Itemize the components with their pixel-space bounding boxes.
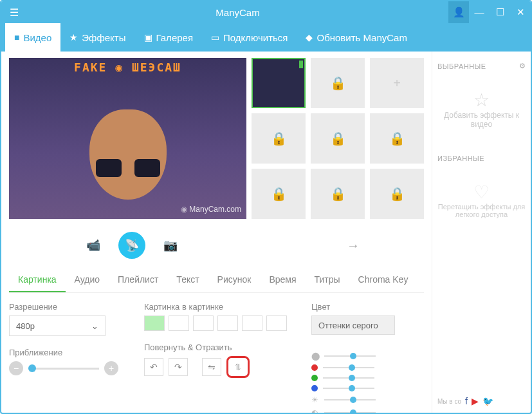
rotate-label: Повернуть & Отразить bbox=[144, 343, 292, 352]
rgb-slider[interactable] bbox=[324, 355, 376, 357]
preset-thumb-6[interactable]: 🔒 bbox=[370, 113, 424, 164]
add-effects-text: Добавить эффекты к видео bbox=[437, 111, 526, 129]
fake-webcam-logo: FAKE ◉ ШЕЭСАШ bbox=[74, 61, 181, 74]
facebook-icon[interactable]: f bbox=[465, 396, 468, 406]
twitter-icon[interactable]: 🐦 bbox=[482, 396, 493, 406]
settings-icon[interactable]: ⚙ bbox=[519, 62, 526, 70]
contrast-icon: ◐ bbox=[311, 408, 319, 414]
preset-thumb-8[interactable]: 🔒 bbox=[311, 169, 365, 219]
green-dot-icon bbox=[311, 375, 318, 381]
preset-thumb-5[interactable]: 🔒 bbox=[311, 113, 365, 164]
drag-effects-text: Перетащить эффекты для легкого доступа bbox=[437, 203, 526, 218]
preset-thumbnails: 🔒 + 🔒 🔒 🔒 🔒 🔒 🔒 bbox=[252, 58, 424, 219]
red-slider[interactable] bbox=[323, 367, 374, 368]
brightness-icon: ☀ bbox=[311, 395, 319, 404]
heart-outline-icon[interactable]: ♡ bbox=[437, 182, 526, 203]
chevron-down-icon: ⌄ bbox=[91, 321, 98, 331]
zoom-out-button[interactable]: − bbox=[9, 361, 23, 375]
red-dot-icon bbox=[311, 364, 318, 371]
pip-layout-5[interactable] bbox=[242, 315, 262, 331]
camera-mode-button[interactable]: 📹 bbox=[80, 232, 107, 259]
rotate-right-button[interactable]: ↷ bbox=[169, 358, 188, 376]
subtab-time[interactable]: Время bbox=[260, 268, 305, 292]
preset-thumb-9[interactable]: 🔒 bbox=[370, 169, 424, 219]
preset-thumb-2[interactable]: 🔒 bbox=[311, 58, 365, 108]
pip-layout-6[interactable] bbox=[266, 315, 287, 331]
update-icon: ◆ bbox=[306, 32, 313, 42]
maximize-button[interactable]: ☐ bbox=[490, 1, 510, 23]
star-icon: ★ bbox=[69, 32, 78, 42]
subtab-picture[interactable]: Картинка bbox=[9, 268, 66, 292]
blue-dot-icon bbox=[311, 385, 318, 391]
pip-layout-1[interactable] bbox=[144, 315, 165, 331]
star-outline-icon[interactable]: ☆ bbox=[437, 89, 526, 111]
resolution-label: Разрешение bbox=[9, 302, 125, 312]
nav-tab-gallery[interactable]: ▣Галерея bbox=[135, 23, 203, 52]
resolution-select[interactable]: 480p ⌄ bbox=[9, 315, 105, 336]
subtab-titles[interactable]: Титры bbox=[306, 268, 349, 292]
flip-vertical-button[interactable]: ⥮ bbox=[226, 356, 250, 378]
pip-layout-4[interactable] bbox=[217, 315, 238, 331]
rotate-left-button[interactable]: ↶ bbox=[144, 358, 163, 376]
video-icon: ■ bbox=[14, 32, 19, 42]
youtube-icon[interactable]: ▶ bbox=[472, 396, 479, 406]
close-button[interactable]: ✕ bbox=[510, 1, 531, 23]
preset-thumb-4[interactable]: 🔒 bbox=[252, 113, 306, 164]
pip-label: Картинка в картинке bbox=[144, 302, 292, 312]
blue-slider[interactable] bbox=[323, 388, 374, 389]
window-controls: 👤 — ☐ ✕ bbox=[448, 1, 531, 23]
subtab-audio[interactable]: Аудио bbox=[66, 268, 109, 292]
user-icon[interactable]: 👤 bbox=[448, 1, 469, 23]
preset-thumb-add[interactable]: + bbox=[370, 58, 424, 108]
zoom-label: Приближение bbox=[9, 348, 125, 357]
flip-horizontal-button[interactable]: ⇋ bbox=[202, 358, 221, 376]
nav-tab-video[interactable]: ■Видео bbox=[5, 23, 60, 52]
green-slider[interactable] bbox=[323, 377, 374, 379]
brightness-slider[interactable] bbox=[324, 399, 376, 400]
app-title: ManyCam bbox=[27, 7, 448, 18]
color-label: Цвет bbox=[311, 302, 421, 312]
zoom-in-button[interactable]: + bbox=[104, 361, 118, 375]
arrow-right-icon[interactable]: → bbox=[347, 238, 360, 253]
favorites-heading: ИЗБРАННЫЕ bbox=[437, 155, 484, 162]
rgb-icon: ⬤ bbox=[311, 352, 319, 361]
subtabs: Картинка Аудио Плейлист Текст Рисунок Вр… bbox=[9, 268, 424, 293]
color-mode-select[interactable]: Оттенки серого bbox=[311, 315, 395, 335]
subtab-chroma[interactable]: Chroma Key bbox=[349, 268, 417, 292]
nav-tab-effects[interactable]: ★Эффекты bbox=[60, 23, 134, 52]
gallery-icon: ▣ bbox=[144, 32, 152, 42]
contrast-slider[interactable] bbox=[324, 412, 376, 413]
subtab-playlist[interactable]: Плейлист bbox=[109, 268, 167, 292]
snapshot-mode-button[interactable]: 📷 bbox=[157, 232, 184, 259]
pip-layout-3[interactable] bbox=[193, 315, 214, 331]
subtab-drawing[interactable]: Рисунок bbox=[208, 268, 261, 292]
navbar: ■Видео ★Эффекты ▣Галерея ▭Подключиться ◆… bbox=[1, 23, 531, 52]
broadcast-mode-button[interactable]: 📡 bbox=[118, 232, 145, 259]
video-preview[interactable]: FAKE ◉ ШЕЭСАШ ◉ ManyCam.com ON AIR bbox=[9, 58, 246, 219]
preset-thumb-7[interactable]: 🔒 bbox=[252, 169, 306, 219]
social-label: Мы в со bbox=[437, 398, 461, 405]
connect-icon: ▭ bbox=[211, 32, 219, 42]
hamburger-menu-icon[interactable]: ☰ bbox=[1, 6, 27, 19]
watermark-text: ◉ ManyCam.com bbox=[181, 205, 241, 214]
nav-tab-update[interactable]: ◆Обновить ManyCam bbox=[297, 23, 416, 52]
subtab-text[interactable]: Текст bbox=[167, 268, 208, 292]
nav-tab-connect[interactable]: ▭Подключиться bbox=[202, 23, 297, 52]
pip-layout-2[interactable] bbox=[169, 315, 189, 331]
minimize-button[interactable]: — bbox=[469, 1, 490, 23]
titlebar: ☰ ManyCam 👤 — ☐ ✕ bbox=[1, 1, 531, 23]
selected-heading: ВЫБРАННЫЕ bbox=[437, 62, 486, 70]
preset-thumb-1[interactable] bbox=[252, 58, 306, 108]
zoom-slider[interactable] bbox=[28, 368, 99, 370]
